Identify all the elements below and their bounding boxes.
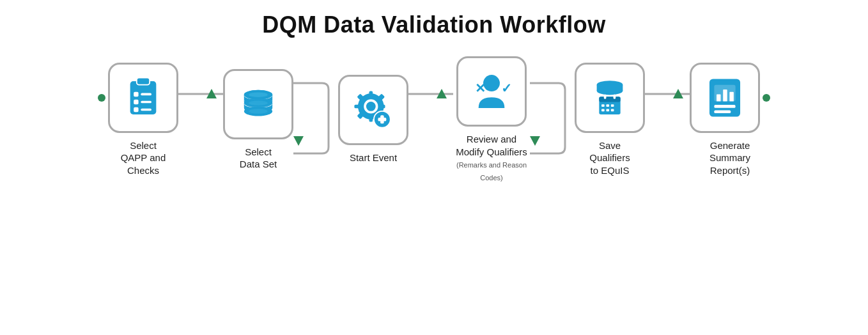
connector-1: [178, 84, 223, 155]
svg-rect-23: [354, 105, 360, 109]
svg-rect-46: [601, 109, 605, 111]
svg-point-16: [249, 109, 268, 113]
connector-5: [645, 84, 690, 155]
step-qapp: Select QAPP and Checks: [98, 63, 178, 177]
end-dot: [763, 94, 770, 102]
page-title: DQM Data Validation Workflow: [262, 12, 605, 38]
step-box-dataset: [223, 69, 293, 139]
report-chart-icon: [701, 74, 748, 121]
svg-rect-42: [599, 97, 620, 102]
svg-marker-37: [530, 136, 540, 146]
svg-rect-21: [369, 91, 373, 97]
connector-3: [408, 84, 453, 155]
svg-rect-6: [134, 107, 138, 112]
svg-rect-48: [611, 109, 614, 111]
svg-rect-59: [729, 92, 733, 102]
svg-rect-58: [723, 90, 727, 102]
svg-rect-50: [614, 94, 616, 98]
step-box-review: ✕ ✓: [456, 56, 527, 127]
layers-icon: [235, 81, 282, 128]
start-dot: [98, 94, 105, 102]
step-label-qapp: Select QAPP and Checks: [121, 139, 166, 177]
svg-rect-49: [604, 94, 607, 98]
step-report: Generate Summary Report(s): [690, 63, 770, 177]
svg-point-15: [249, 100, 268, 105]
connector-1-arrow: [178, 84, 223, 104]
svg-rect-55: [714, 110, 731, 113]
step-review: ✕ ✓ Review and Modify Qualifiers (Remark…: [453, 56, 530, 183]
step-box-event: [338, 75, 408, 145]
step-event: Start Event: [338, 75, 408, 164]
step-box-qapp: [108, 63, 178, 133]
step-box-report: [690, 63, 760, 133]
person-check-icon: ✕ ✓: [468, 68, 515, 115]
svg-point-20: [366, 102, 376, 111]
svg-rect-2: [134, 92, 138, 97]
connector-2-curve: [293, 70, 338, 160]
svg-rect-44: [606, 104, 609, 107]
step-label-review: Review and Modify Qualifiers (Remarks an…: [453, 133, 530, 183]
step-label-event: Start Event: [350, 152, 397, 164]
svg-text:✓: ✓: [501, 81, 512, 95]
step-box-save: [575, 63, 645, 133]
clipboard-icon: [120, 74, 167, 121]
svg-marker-17: [293, 136, 304, 146]
step-label-report: Generate Summary Report(s): [709, 139, 750, 177]
connector-3-arrow: [408, 84, 453, 104]
svg-rect-7: [141, 108, 151, 111]
svg-rect-22: [369, 116, 373, 122]
svg-rect-31: [378, 118, 386, 121]
gear-plus-icon: [350, 86, 397, 134]
step-label-save: Save Qualifiers to EQuIS: [589, 139, 630, 177]
database-calendar-icon: [586, 74, 633, 121]
step-label-dataset: Select Data Set: [240, 146, 277, 171]
svg-rect-43: [601, 104, 605, 107]
connector-4: [530, 79, 575, 160]
workflow-diagram: Select QAPP and Checks: [0, 56, 868, 183]
svg-rect-5: [141, 100, 151, 103]
connector-2: [293, 79, 338, 160]
connector-5-arrow: [645, 84, 690, 104]
connector-4-curve: [530, 70, 575, 160]
svg-rect-47: [606, 109, 609, 111]
step-dataset: Select Data Set: [223, 69, 293, 171]
svg-rect-57: [717, 94, 720, 101]
svg-point-14: [249, 92, 268, 97]
svg-rect-45: [611, 104, 614, 107]
step-save: Save Qualifiers to EQuIS: [575, 63, 645, 177]
svg-rect-24: [379, 105, 385, 109]
svg-rect-3: [141, 93, 151, 95]
svg-text:✕: ✕: [475, 81, 486, 95]
svg-rect-4: [134, 100, 138, 104]
svg-rect-54: [714, 105, 735, 108]
svg-rect-1: [137, 77, 150, 84]
svg-point-40: [597, 86, 623, 95]
